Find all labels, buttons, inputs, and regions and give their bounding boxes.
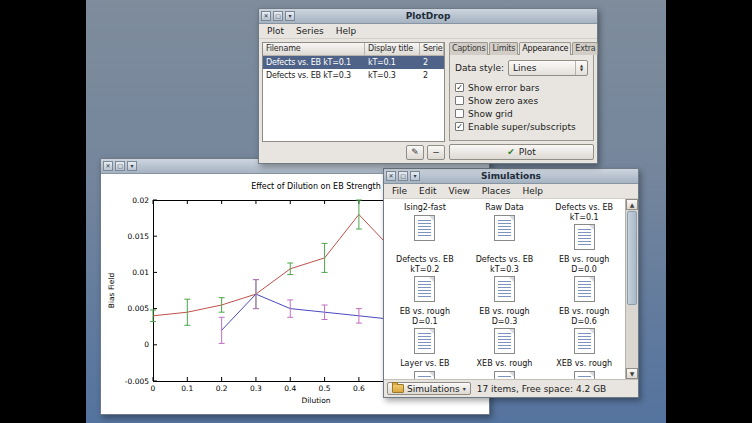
file-item-ising2-fast[interactable]: Ising2-fast (385, 201, 465, 253)
menu-plot[interactable]: Plot (261, 25, 290, 38)
remove-button[interactable]: − (427, 145, 445, 160)
window-title: PlotDrop (259, 10, 597, 23)
file-list-pane: FilenameDisplay titleSeriesDefects vs. E… (262, 42, 445, 160)
edit-button[interactable]: ✎ (406, 145, 424, 160)
status-text: 17 items, Free space: 4.2 GB (477, 384, 607, 394)
minimize-button[interactable]: ▾ (410, 171, 420, 181)
checkbox-label: Show grid (468, 109, 513, 119)
file-label: EB vs. rough D=0.0 (547, 255, 621, 274)
file-item-defects-vs-eb-kt-0-1[interactable]: Defects vs. EB kT=0.1 (544, 201, 624, 253)
svg-text:0: 0 (144, 340, 149, 349)
appearance-panel: Data style: Lines ▲ ▼ ✓Show error barsSh… (449, 54, 594, 141)
maximize-button[interactable]: ▢ (398, 171, 408, 181)
minimize-button[interactable]: ▾ (285, 11, 295, 21)
text-file-icon (414, 328, 435, 354)
tab-extra[interactable]: Extra (572, 42, 598, 55)
maximize-button[interactable]: ▢ (115, 161, 125, 171)
checkbox-list: ✓Show error barsShow zero axesShow grid✓… (455, 82, 588, 132)
svg-text:Effect of Dilution on EB Stren: Effect of Dilution on EB Strength (251, 182, 381, 191)
data-style-value: Lines (513, 63, 536, 73)
window-controls: ✕▢▾ (103, 161, 137, 171)
table-cell: 2 (420, 56, 444, 69)
file-item-layer-vs-eb[interactable]: Layer vs. EB (385, 357, 465, 379)
menu-edit[interactable]: Edit (413, 185, 442, 198)
table-cell: 2 (420, 69, 444, 82)
checkbox[interactable]: ✓ (455, 122, 464, 131)
svg-text:0.2: 0.2 (216, 384, 228, 393)
text-file-icon (494, 371, 515, 380)
plotdrop-body: FilenameDisplay titleSeriesDefects vs. E… (259, 39, 597, 163)
scrollbar[interactable]: ▲ ▼ (625, 199, 638, 379)
table-row[interactable]: Defects vs. EB kT=0.1kT=0.12 (263, 56, 444, 69)
file-item-defects-vs-eb-kt-0-3[interactable]: Defects vs. EB kT=0.3 (465, 253, 545, 305)
file-item-xeb-vs-rough[interactable]: XEB vs. rough (544, 357, 624, 379)
checkbox-row-enable-super-subscripts[interactable]: ✓Enable super/subscripts (455, 121, 588, 132)
fm-content: Ising2-fastRaw DataDefects vs. EB kT=0.1… (384, 199, 638, 379)
svg-text:0.4: 0.4 (284, 384, 296, 393)
scroll-down-icon[interactable]: ▼ (626, 368, 638, 379)
file-label: Raw Data (485, 203, 523, 213)
text-file-icon (494, 328, 515, 354)
close-button[interactable]: ✕ (386, 171, 396, 181)
file-item-eb-vs-rough-d-0-3[interactable]: EB vs. rough D=0.3 (465, 305, 545, 357)
table-cell: kT=0.3 (365, 69, 420, 82)
tab-captions[interactable]: Captions (449, 42, 488, 55)
maximize-button[interactable]: ▢ (273, 11, 283, 21)
file-label: Ising2-fast (404, 203, 446, 213)
scrollbar-track[interactable] (626, 306, 638, 368)
checkbox[interactable] (455, 109, 464, 118)
text-file-icon (574, 328, 595, 354)
tab-limits[interactable]: Limits (489, 42, 518, 55)
plot-button[interactable]: ✔ Plot (449, 144, 594, 160)
text-file-icon (414, 215, 435, 241)
file-item-eb-vs-rough-d-0-6[interactable]: EB vs. rough D=0.6 (544, 305, 624, 357)
svg-text:0.02: 0.02 (132, 196, 149, 205)
file-item-eb-vs-rough-d-0-1[interactable]: EB vs. rough D=0.1 (385, 305, 465, 357)
tab-bar: CaptionsLimitsAppearanceExtra (449, 42, 594, 55)
column-header-display-title[interactable]: Display title (365, 43, 420, 56)
file-label: EB vs. rough D=0.1 (388, 307, 462, 326)
chevron-down-icon: ▾ (463, 385, 466, 392)
menu-help[interactable]: Help (516, 185, 549, 198)
scroll-up-icon[interactable]: ▲ (626, 199, 638, 210)
menu-view[interactable]: View (443, 185, 476, 198)
text-file-icon (494, 215, 515, 241)
data-style-select[interactable]: Lines ▲ ▼ (508, 60, 588, 76)
svg-text:0.3: 0.3 (250, 384, 262, 393)
tab-appearance[interactable]: Appearance (519, 42, 571, 55)
svg-text:0.01: 0.01 (132, 268, 149, 277)
menu-help[interactable]: Help (330, 25, 363, 38)
location-button[interactable]: Simulations ▾ (387, 382, 471, 395)
svg-text:0.005: 0.005 (128, 304, 150, 313)
file-label: Defects vs. EB kT=0.3 (467, 255, 541, 274)
checkbox-row-show-error-bars[interactable]: ✓Show error bars (455, 82, 588, 93)
svg-text:0.6: 0.6 (353, 384, 365, 393)
svg-text:0.015: 0.015 (128, 232, 150, 241)
window-controls: ✕▢▾ (261, 11, 295, 21)
plotdrop-titlebar[interactable]: ✕▢▾ PlotDrop (259, 9, 597, 24)
checkbox-row-show-grid[interactable]: Show grid (455, 108, 588, 119)
minimize-button[interactable]: ▾ (127, 161, 137, 171)
file-manager-titlebar[interactable]: ✕▢▾ Simulations (384, 169, 638, 184)
file-item-defects-vs-eb-kt-0-2[interactable]: Defects vs. EB kT=0.2 (385, 253, 465, 305)
checkbox[interactable] (455, 96, 464, 105)
column-header-series[interactable]: Series (420, 43, 444, 56)
file-item-raw-data[interactable]: Raw Data (465, 201, 545, 253)
menu-file[interactable]: File (386, 185, 413, 198)
menu-series[interactable]: Series (290, 25, 330, 38)
column-header-filename[interactable]: Filename (263, 43, 365, 56)
check-icon: ✔ (507, 148, 515, 157)
file-item-xeb-vs-rough[interactable]: XEB vs. rough (465, 357, 545, 379)
scrollbar-thumb[interactable] (627, 211, 637, 305)
table-row[interactable]: Defects vs. EB kT=0.3kT=0.32 (263, 69, 444, 82)
file-item-eb-vs-rough-d-0-0[interactable]: EB vs. rough D=0.0 (544, 253, 624, 305)
checkbox-row-show-zero-axes[interactable]: Show zero axes (455, 95, 588, 106)
table-empty-area (263, 82, 444, 141)
menu-places[interactable]: Places (476, 185, 517, 198)
close-button[interactable]: ✕ (103, 161, 113, 171)
svg-text:-0.005: -0.005 (125, 377, 149, 386)
combo-down-icon: ▼ (580, 68, 583, 72)
data-style-label: Data style: (455, 63, 504, 73)
checkbox[interactable]: ✓ (455, 83, 464, 92)
close-button[interactable]: ✕ (261, 11, 271, 21)
